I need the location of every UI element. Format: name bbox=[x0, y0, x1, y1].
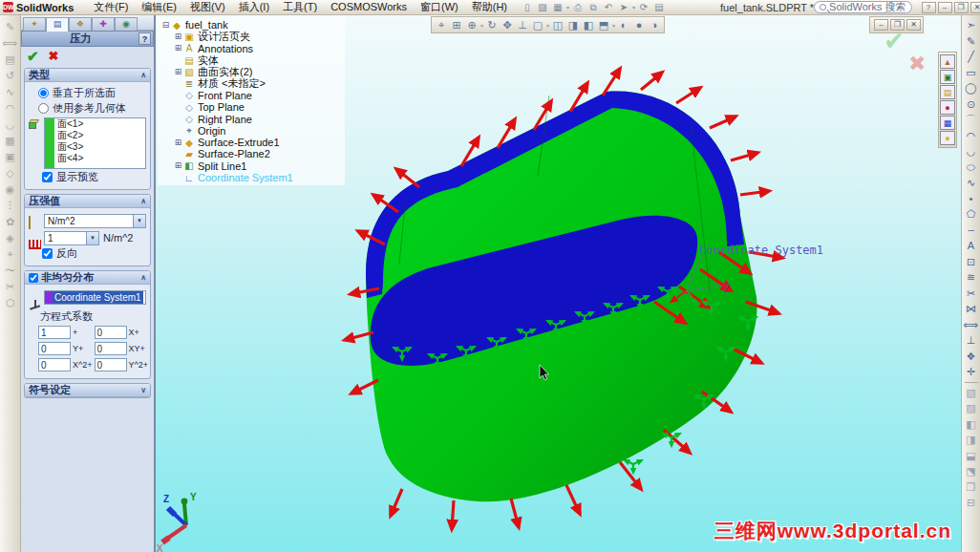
tree-item[interactable]: ∟Coordinate System1 bbox=[161, 172, 341, 183]
camera-icon[interactable]: ◑ bbox=[647, 19, 662, 31]
coefficient-input-Y^2+[interactable] bbox=[95, 358, 127, 372]
tree-item[interactable]: ⊟◆fuel_tank bbox=[161, 19, 341, 31]
sweep-icon[interactable]: ∿ bbox=[3, 84, 18, 100]
repair-sketch-icon[interactable]: ✛ bbox=[964, 364, 979, 380]
doc-window-control-✕[interactable]: ✕ bbox=[906, 19, 921, 31]
type-group-header[interactable]: 类型∧ bbox=[25, 69, 150, 82]
features-palette-icon[interactable]: ▧ bbox=[964, 385, 979, 401]
reverse-direction-checkbox[interactable]: 反向 bbox=[29, 245, 146, 261]
dome-icon[interactable]: ⬡ bbox=[3, 295, 18, 311]
window-control-–[interactable]: – bbox=[938, 2, 952, 13]
mirror-entities-icon[interactable]: ⋈ bbox=[964, 301, 979, 317]
dropdown-caret-icon[interactable]: ▾ bbox=[566, 4, 569, 11]
show-preview-checkbox-input[interactable] bbox=[42, 172, 53, 182]
use-reference-radio-input[interactable] bbox=[38, 103, 49, 114]
coefficient-input-X+[interactable] bbox=[95, 326, 127, 339]
linear-pattern-icon[interactable]: ᎒ bbox=[3, 198, 18, 214]
spline-icon[interactable]: ∿ bbox=[964, 175, 979, 191]
graphics-viewport[interactable]: Z Z Y X ⌖⊞⊕▾↻✥⊥▢▾◫◨◧⬒▾◐●◑ –❐✕ ⊟◆f bbox=[156, 15, 961, 552]
revolve-icon[interactable]: ↺ bbox=[3, 68, 18, 84]
section-view-icon[interactable]: ◐ bbox=[616, 19, 631, 31]
rectangle-icon[interactable]: ▭ bbox=[964, 65, 979, 81]
nonuniform-group-header[interactable]: 非均匀分布∧ bbox=[25, 271, 150, 285]
tree-item[interactable]: ▰Surface-Plane2 bbox=[161, 148, 341, 159]
zoom-area-icon[interactable]: ⊞ bbox=[449, 19, 464, 32]
unit-combobox[interactable]: N/m^2 ▼ bbox=[44, 214, 146, 228]
sketch-pencil-icon[interactable]: ✎ bbox=[964, 33, 979, 50]
tab-thirdparty[interactable]: ✚ bbox=[92, 17, 115, 31]
menu-插入(I)[interactable]: 插入(I) bbox=[232, 0, 276, 13]
cosmos-material-icon[interactable]: ▣ bbox=[940, 70, 955, 84]
view-orientation-icon[interactable]: ◧ bbox=[964, 416, 979, 433]
reverse-direction-checkbox-input[interactable] bbox=[42, 248, 53, 259]
wireframe-icon[interactable]: ▢ bbox=[530, 19, 545, 32]
polygon-icon[interactable]: ⬠ bbox=[964, 206, 979, 223]
tab-featuremanager[interactable]: ✦ bbox=[23, 17, 46, 31]
confirmation-cancel-icon[interactable]: ✖ bbox=[908, 52, 926, 76]
trim-entities-icon[interactable]: ✂ bbox=[964, 286, 979, 302]
menu-帮助(H)[interactable]: 帮助(H) bbox=[465, 0, 514, 13]
show-preview-checkbox[interactable]: 显示预览 bbox=[29, 169, 146, 184]
options-icon[interactable]: ▤ bbox=[651, 2, 667, 12]
print-preview-icon[interactable]: ⧉ bbox=[586, 2, 601, 13]
offset-entities-icon[interactable]: ≋ bbox=[964, 269, 979, 286]
menu-文件(F)[interactable]: 文件(F) bbox=[87, 0, 135, 13]
ellipse-icon[interactable]: ⬭ bbox=[964, 159, 979, 176]
use-reference-radio[interactable]: 使用参考几何体 bbox=[29, 100, 146, 116]
coordinate-system-field[interactable]: Coordinate System1 bbox=[44, 290, 146, 305]
hole-wizard-icon[interactable]: ◉ bbox=[3, 181, 18, 198]
weldments-icon[interactable]: ⊟ bbox=[964, 495, 979, 511]
nonuniform-checkbox-input[interactable] bbox=[29, 273, 38, 283]
tree-expander-icon[interactable]: ⊞ bbox=[174, 44, 182, 53]
relations-icon[interactable]: ⊥ bbox=[964, 332, 979, 349]
window-control-❐[interactable]: ❐ bbox=[954, 2, 969, 13]
tree-expander-icon[interactable]: ⊞ bbox=[174, 161, 182, 170]
text-icon[interactable]: A bbox=[964, 238, 979, 254]
selected-faces-list[interactable]: 面<1>面<2>面<3>面<4> bbox=[44, 117, 146, 169]
tree-item[interactable]: ⌖Origin bbox=[161, 125, 341, 137]
surface-icon[interactable]: ⬓ bbox=[964, 448, 979, 464]
tree-item[interactable]: ◇Right Plane bbox=[161, 113, 341, 124]
rotate-view-icon[interactable]: ↻ bbox=[484, 19, 500, 32]
face-list-item[interactable]: 面<2> bbox=[57, 130, 145, 141]
realview-icon[interactable]: ● bbox=[631, 19, 647, 31]
rebuild-icon[interactable]: ⟳ bbox=[636, 2, 651, 12]
rib-icon[interactable]: ▦ bbox=[3, 133, 18, 149]
3point-arc-icon[interactable]: ◡ bbox=[964, 143, 979, 159]
mirror-icon[interactable]: ◈ bbox=[3, 230, 18, 246]
shaded-with-edges-icon[interactable]: ◧ bbox=[581, 19, 596, 32]
coefficient-input-+[interactable] bbox=[38, 326, 71, 339]
menu-视图(V)[interactable]: 视图(V) bbox=[183, 0, 232, 13]
tree-item[interactable]: ◇Front Plane bbox=[161, 90, 341, 101]
tree-item[interactable]: ◇Top Plane bbox=[161, 101, 341, 113]
coefficient-input-X^2+[interactable] bbox=[38, 358, 71, 372]
cosmos-mesh-icon[interactable]: ▦ bbox=[940, 116, 955, 130]
annotation-icon[interactable]: ◨ bbox=[964, 432, 979, 448]
dropdown-caret-icon[interactable]: ▾ bbox=[632, 4, 635, 11]
face-list-item[interactable]: 面<3> bbox=[57, 141, 145, 153]
sketch-icon[interactable]: ✎ bbox=[3, 19, 18, 35]
select-arrow-icon[interactable]: ➣ bbox=[964, 17, 979, 33]
tangent-arc-icon[interactable]: ◠ bbox=[964, 128, 979, 144]
point-icon[interactable]: • bbox=[964, 191, 979, 207]
doc-window-control-❐[interactable]: ❐ bbox=[890, 19, 905, 31]
standard-views-icon[interactable]: ▨ bbox=[964, 400, 979, 416]
ok-button[interactable]: ✔ bbox=[27, 49, 39, 64]
dropdown-arrow-icon[interactable]: ▼ bbox=[86, 232, 98, 244]
display-relations-icon[interactable]: ❖ bbox=[964, 349, 979, 365]
tree-expander-icon[interactable]: ⊞ bbox=[174, 68, 182, 76]
tree-item[interactable]: ⊞◧Split Line1 bbox=[161, 160, 341, 172]
dropdown-caret-icon[interactable]: ▾ bbox=[546, 22, 549, 29]
pressure-value-group-header[interactable]: 压强值∧ bbox=[25, 195, 150, 208]
hidden-lines-removed-icon[interactable]: ◨ bbox=[565, 19, 581, 32]
normal-to-face-radio[interactable]: 垂直于所选面 bbox=[29, 85, 146, 100]
cosmos-restraint-icon[interactable]: ● bbox=[940, 100, 955, 115]
centerline-icon[interactable]: ┄ bbox=[964, 223, 979, 239]
dropdown-arrow-icon[interactable]: ▼ bbox=[133, 215, 145, 227]
shell-icon[interactable]: ▣ bbox=[3, 149, 18, 165]
circular-pattern-icon[interactable]: ✿ bbox=[3, 214, 18, 230]
convert-entities-icon[interactable]: ⊡ bbox=[964, 254, 979, 270]
doc-window-control-–[interactable]: – bbox=[874, 19, 888, 31]
tree-expander-icon[interactable]: ⊞ bbox=[174, 138, 182, 147]
cancel-button[interactable]: ✖ bbox=[49, 49, 59, 64]
